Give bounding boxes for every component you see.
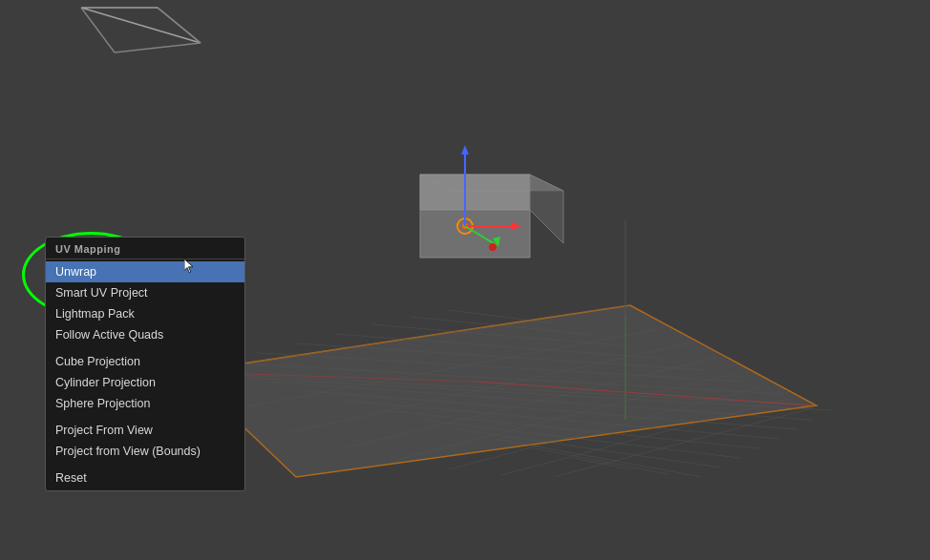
- menu-item-follow-active-quads[interactable]: Follow Active Quads: [46, 324, 244, 345]
- 3d-viewport[interactable]: UV Mapping Unwrap Smart UV Project Light…: [0, 0, 930, 560]
- menu-item-project-from-view-bounds[interactable]: Project from View (Bounds): [46, 441, 244, 462]
- menu-item-smart-uv-project[interactable]: Smart UV Project: [46, 282, 244, 303]
- menu-item-reset[interactable]: Reset: [46, 467, 244, 488]
- svg-marker-37: [420, 210, 530, 258]
- menu-item-cylinder-projection[interactable]: Cylinder Projection: [46, 372, 244, 393]
- uv-mapping-menu: UV Mapping Unwrap Smart UV Project Light…: [45, 237, 245, 491]
- menu-item-cube-projection[interactable]: Cube Projection: [46, 351, 244, 372]
- svg-point-48: [489, 243, 497, 251]
- menu-title: UV Mapping: [46, 239, 244, 259]
- menu-item-unwrap[interactable]: Unwrap: [46, 261, 244, 282]
- menu-item-project-from-view[interactable]: Project From View: [46, 420, 244, 441]
- menu-item-lightmap-pack[interactable]: Lightmap Pack: [46, 303, 244, 324]
- menu-item-sphere-projection[interactable]: Sphere Projection: [46, 393, 244, 414]
